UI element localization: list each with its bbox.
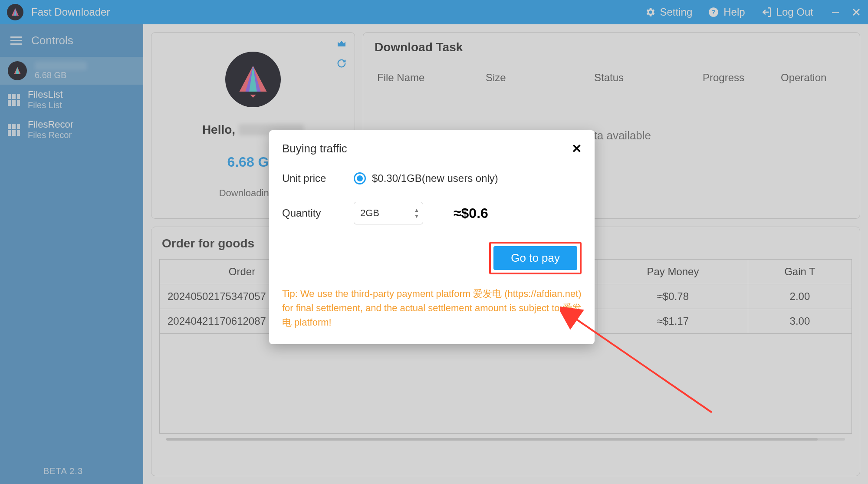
refresh-icon[interactable] — [337, 59, 346, 70]
download-task-title: Download Task — [375, 40, 848, 54]
hamburger-icon[interactable] — [10, 36, 22, 45]
hello-label: Hello, — [202, 123, 235, 137]
setting-label: Setting — [660, 6, 693, 18]
fileslist-title: FilesList — [28, 89, 63, 100]
col-status: Status — [594, 72, 703, 84]
profile-avatar — [225, 52, 281, 107]
stepper-up-icon[interactable]: ▲ — [414, 207, 419, 213]
setting-button[interactable]: Setting — [637, 3, 700, 21]
col-progress: Progress — [703, 72, 781, 84]
help-icon: ? — [708, 7, 719, 18]
title-bar: Fast Downloader Setting ? Help Log Out — [0, 0, 868, 24]
dialog-close-button[interactable]: ✕ — [572, 142, 582, 156]
go-to-pay-button[interactable]: Go to pay — [493, 246, 577, 270]
table-row-empty — [160, 334, 852, 434]
unit-price-value: $0.30/1GB(new users only) — [372, 172, 498, 184]
crown-icon[interactable] — [336, 39, 347, 51]
fileslist-sub: Files List — [28, 100, 63, 110]
sidebar-item-user[interactable]: 6.68 GB — [0, 57, 143, 85]
sidebar: Controls 6.68 GB FilesList Files List Fi… — [0, 24, 143, 484]
approx-total: ≈$0.6 — [454, 205, 488, 221]
controls-label: Controls — [31, 34, 73, 47]
user-avatar-icon — [8, 61, 27, 80]
quantity-value: 2GB — [360, 207, 414, 219]
help-button[interactable]: ? Help — [700, 3, 753, 21]
logout-label: Log Out — [776, 6, 813, 18]
beta-label: BETA 2.3 — [43, 466, 83, 476]
gear-icon — [644, 7, 656, 18]
pay-button-highlight: Go to pay — [489, 242, 582, 274]
buying-traffic-dialog: Buying traffic ✕ Unit price $0.30/1GB(ne… — [269, 130, 595, 344]
horizontal-scrollbar[interactable] — [166, 438, 845, 441]
col-size: Size — [486, 72, 594, 84]
close-window-button[interactable] — [852, 7, 861, 17]
logout-icon — [761, 7, 772, 18]
logout-button[interactable]: Log Out — [753, 3, 821, 21]
unit-price-radio[interactable] — [354, 172, 366, 184]
minimize-button[interactable] — [831, 7, 840, 17]
quantity-stepper[interactable]: 2GB ▲ ▼ — [354, 202, 423, 224]
download-task-headers: File Name Size Status Progress Operation — [375, 66, 848, 90]
filesrecor-sub: Files Recor — [28, 130, 73, 140]
app-logo — [7, 4, 23, 20]
col-filename: File Name — [377, 72, 486, 84]
order-col-pay: Pay Money — [598, 260, 748, 284]
svg-text:?: ? — [712, 8, 716, 16]
svg-marker-13 — [250, 95, 256, 98]
controls-header: Controls — [0, 24, 143, 57]
unit-price-label: Unit price — [282, 172, 354, 184]
sidebar-item-filesrecor[interactable]: FilesRecor Files Recor — [0, 115, 143, 145]
app-title: Fast Downloader — [31, 6, 110, 18]
dialog-tip: Tip: We use the third-party payment plat… — [282, 286, 582, 329]
dialog-title: Buying traffic — [282, 142, 347, 155]
quantity-label: Quantity — [282, 207, 354, 219]
filesrecor-title: FilesRecor — [28, 119, 73, 130]
table-icon — [8, 124, 20, 136]
svg-rect-5 — [832, 12, 839, 13]
sidebar-item-fileslist[interactable]: FilesList Files List — [0, 85, 143, 115]
stepper-down-icon[interactable]: ▼ — [414, 214, 419, 219]
user-gb-label: 6.68 GB — [35, 70, 87, 80]
username-blurred — [35, 62, 87, 70]
table-icon — [8, 94, 20, 106]
order-col-gain: Gain T — [748, 260, 852, 284]
help-label: Help — [723, 6, 745, 18]
col-operation: Operation — [781, 72, 846, 84]
